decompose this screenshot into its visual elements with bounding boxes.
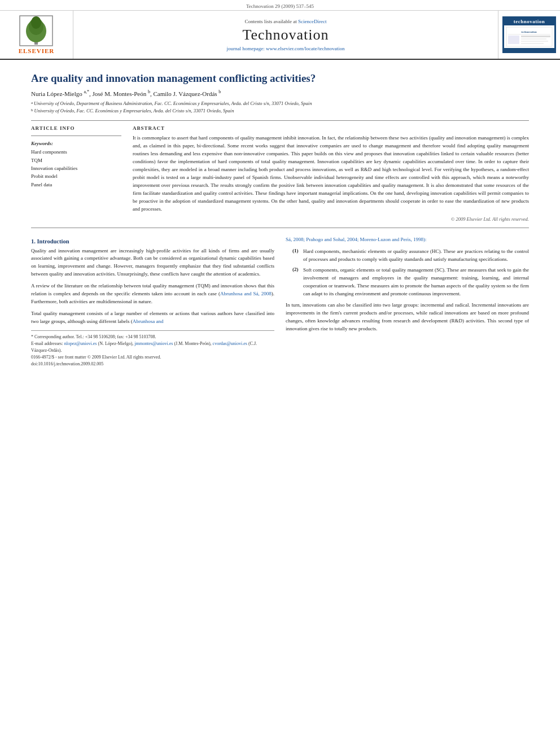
journal-title: Technovation [242, 27, 329, 43]
body-left-col: 1. Introduction Quality and innovation m… [31, 236, 274, 368]
keyword-hard-components: Hard components [31, 148, 121, 156]
technovation-logo-inner: technovation [504, 25, 554, 48]
affiliations: a University of Oviedo, Department of Bu… [31, 100, 529, 115]
affiliation-a: a University of Oviedo, Department of Bu… [31, 100, 529, 107]
footnote-4: doi:10.1016/j.technovation.2009.02.005 [31, 361, 274, 368]
svg-rect-11 [521, 38, 546, 40]
ref-sa-2008[interactable]: Sá, 2008; Prahogo and Sohal, 2004; Moren… [286, 237, 423, 242]
main-content: Are quality and innovation management co… [0, 60, 560, 375]
keyword-probit-model: Probit model [31, 172, 121, 180]
footnote-3: 0166-4972/$ - see front matter © 2009 El… [31, 354, 274, 361]
affiliation-b: b University of Oviedo, Fac. CC. Económi… [31, 107, 529, 115]
list-item-2: (2) Soft components, organic elements or… [292, 267, 529, 298]
elsevier-logo-section: ELSEVIER [0, 11, 73, 59]
elsevier-logo: ELSEVIER [19, 15, 55, 54]
keyword-panel-data: Panel data [31, 181, 121, 189]
author-names: Nuria López-Mielgo a,*, José M. Montes-P… [31, 90, 221, 97]
abstract-text: It is commonplace to assert that hard co… [133, 134, 529, 213]
svg-rect-9 [508, 36, 519, 44]
article-info-abstract-section: ARTICLE INFO Keywords: Hard components T… [31, 125, 529, 221]
elsevier-brand-text: ELSEVIER [19, 47, 55, 54]
sciencedirect-link[interactable]: ScienceDirect [298, 19, 326, 24]
list-item-2-number: (2) [292, 267, 300, 298]
journal-volume-info: Technovation 29 (2009) 537–545 [246, 3, 314, 9]
svg-rect-12 [521, 41, 548, 42]
contents-available-line: Contents lists available at ScienceDirec… [245, 19, 327, 24]
ref-block: Sá, 2008; Prahogo and Sohal, 2004; Moren… [286, 236, 529, 244]
ref-abrunhosa-2008[interactable]: Abrunhosa and Sá, 2008 [220, 291, 272, 296]
journal-logo-section: technovation technovation [498, 11, 560, 59]
article-info-divider [31, 136, 121, 136]
section-divider-1 [31, 120, 529, 121]
keyword-tqm: TQM [31, 156, 121, 164]
authors-line: Nuria López-Mielgo a,*, José M. Montes-P… [31, 89, 529, 97]
intro-para1: Quality and innovation management are in… [31, 247, 274, 279]
list-item-1: (1) Hard components, mechanistic element… [292, 248, 529, 264]
technovation-logo-text: technovation [514, 19, 545, 24]
list-item-1-number: (1) [292, 248, 300, 264]
body-right-col: Sá, 2008; Prahogo and Sohal, 2004; Moren… [286, 236, 529, 368]
keyword-innovation-capabilities: Innovation capabilities [31, 164, 121, 172]
email-cvordas[interactable]: cvordas@uniovi.es [213, 341, 247, 346]
email-nlopez[interactable]: nlopez@uniovi.es [64, 341, 97, 346]
article-info-header: ARTICLE INFO [31, 125, 121, 131]
intro-para2: A review of the literature on the relati… [31, 282, 274, 306]
email-jmmontes[interactable]: jmmontes@uniovi.es [134, 341, 173, 346]
footnote-2: E-mail addresses: nlopez@uniovi.es (N. L… [31, 340, 274, 354]
journal-homepage-line: journal homepage: www.elsevier.com/locat… [227, 46, 345, 51]
list-item-1-text: Hard components, mechanistic elements or… [303, 248, 529, 264]
footnote-area: * Corresponding author. Tel.: +34 98 510… [31, 330, 274, 368]
article-title: Are quality and innovation management co… [31, 72, 529, 85]
article-info-col: ARTICLE INFO Keywords: Hard components T… [31, 125, 121, 221]
abstract-header: ABSTRACT [133, 125, 529, 131]
list-item-2-text: Soft components, organic elements or tot… [303, 267, 529, 298]
top-bar: Technovation 29 (2009) 537–545 [0, 0, 560, 11]
right-para1: In turn, innovations can also be classif… [286, 302, 529, 333]
copyright-line: © 2009 Elsevier Ltd. All rights reserved… [133, 216, 529, 222]
elsevier-tree-icon [19, 15, 53, 46]
section-divider-2 [31, 228, 529, 228]
body-content: 1. Introduction Quality and innovation m… [31, 236, 529, 368]
page-wrapper: Technovation 29 (2009) 537–545 ELSEVIER [0, 0, 560, 375]
journal-homepage-link[interactable]: www.elsevier.com/locate/technovation [266, 46, 344, 51]
keywords-label: Keywords: [31, 141, 121, 146]
intro-para3: Total quality management consists of a l… [31, 310, 274, 326]
svg-text:technovation: technovation [521, 30, 537, 33]
footnote-1: * Corresponding author. Tel.: +34 98 510… [31, 334, 274, 340]
journal-header: ELSEVIER Contents lists available at Sci… [0, 11, 560, 60]
abstract-col: ABSTRACT It is commonplace to assert tha… [133, 125, 529, 221]
svg-point-3 [31, 16, 41, 29]
svg-rect-10 [521, 36, 550, 37]
svg-rect-13 [521, 43, 544, 44]
journal-header-center: Contents lists available at ScienceDirec… [73, 11, 498, 59]
numbered-list: (1) Hard components, mechanistic element… [292, 248, 529, 298]
technovation-logo-box: technovation technovation [502, 16, 556, 53]
intro-heading: 1. Introduction [31, 238, 274, 244]
ref-abrunhosa-and[interactable]: Abrunhosa and [133, 318, 164, 324]
